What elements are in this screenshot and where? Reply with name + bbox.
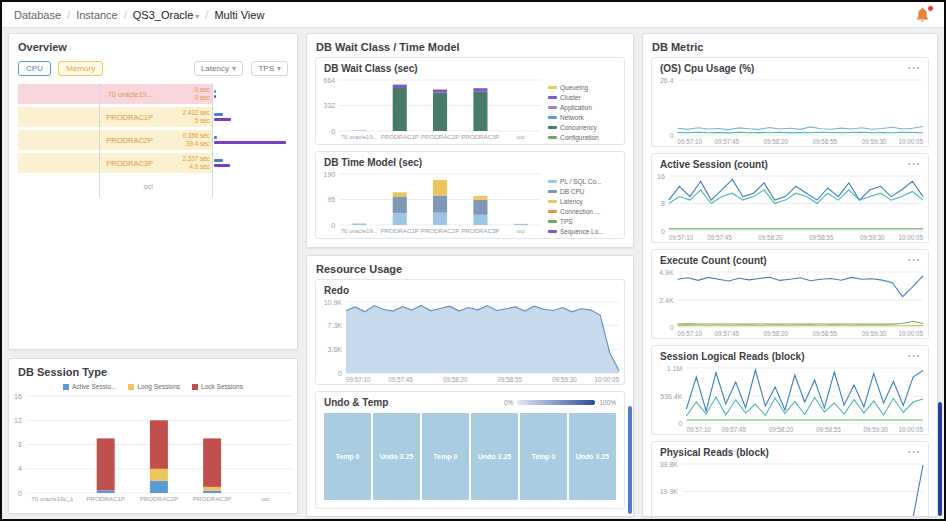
- cpu-toggle-button[interactable]: CPU: [18, 61, 51, 76]
- instance-label: PRODRAC1P: [106, 113, 153, 122]
- top-bar: Database / Instance / QS3_Oracle▾ / Mult…: [2, 2, 944, 28]
- svg-text:09:57:10: 09:57:10: [686, 426, 711, 433]
- svg-text:09:57:45: 09:57:45: [388, 376, 413, 383]
- axis-line: [212, 83, 213, 197]
- svg-text:0: 0: [338, 370, 342, 377]
- svg-text:0: 0: [18, 490, 22, 497]
- svg-text:16: 16: [657, 173, 665, 180]
- svg-text:09:58:20: 09:58:20: [764, 330, 789, 337]
- svg-text:0: 0: [331, 222, 335, 229]
- svg-text:PRODRAC2P: PRODRAC2P: [421, 227, 460, 234]
- svg-text:09:59:30: 09:59:30: [552, 376, 577, 383]
- svg-text:10.9K: 10.9K: [324, 299, 343, 306]
- db-time-model-chart[interactable]: 19095070 oracle19...PRODRAC1PPRODRAC2PPR…: [318, 170, 546, 236]
- breadcrumb-separator: /: [205, 9, 208, 21]
- svg-text:PRODRAC3P: PRODRAC3P: [461, 227, 500, 234]
- breadcrumb-separator: /: [124, 9, 127, 21]
- physical-reads-card: Physical Reads (block) ⋯ 39.8K19.9K009:5…: [651, 441, 929, 517]
- svg-text:10:00:05: 10:00:05: [594, 376, 619, 383]
- physical-reads-chart[interactable]: 39.8K19.9K009:57:1009:57:4509:58:2009:58…: [652, 460, 928, 517]
- redo-chart[interactable]: 10.9K7.3K3.6K009:57:1009:57:4509:58:2009…: [316, 298, 624, 384]
- treemap-tile[interactable]: Temp 0: [422, 413, 469, 500]
- svg-text:0: 0: [661, 228, 665, 235]
- svg-text:8: 8: [18, 441, 22, 448]
- svg-text:09:58:55: 09:58:55: [813, 330, 838, 337]
- legend-item: DB CPU: [548, 188, 616, 195]
- execute-count-chart[interactable]: 4.9K2.4K009:57:1009:57:4509:58:2009:58:5…: [652, 268, 928, 338]
- svg-text:0: 0: [670, 132, 674, 139]
- treemap-tile[interactable]: Temp 0: [520, 413, 567, 500]
- svg-text:09:59:30: 09:59:30: [860, 234, 885, 241]
- gradient-scale-bar: [517, 400, 595, 405]
- instance-bars: [214, 90, 216, 98]
- legend-item: TPS: [548, 218, 616, 225]
- latency-dropdown[interactable]: Latency▾: [194, 61, 243, 76]
- db-wait-time-title: DB Wait Class / Time Model: [307, 34, 633, 57]
- legend-item: Long Sessions: [128, 383, 180, 390]
- svg-text:09:57:45: 09:57:45: [714, 138, 739, 145]
- active-session-chart[interactable]: 168009:57:1009:57:4509:58:2009:58:5509:5…: [652, 172, 928, 242]
- instance-bars: [214, 159, 230, 167]
- svg-text:19.9K: 19.9K: [660, 488, 679, 495]
- chevron-down-icon: ▾: [232, 64, 236, 73]
- breadcrumb: Database / Instance / QS3_Oracle▾ / Mult…: [14, 9, 264, 21]
- instance-values: 0.356 sec39.4 sec: [182, 132, 209, 148]
- instance-values: 2.337 sec4.6 sec: [182, 155, 209, 171]
- treemap-tile[interactable]: Undo 3.25: [471, 413, 518, 500]
- breadcrumb-multi-view: Multi View: [214, 9, 264, 21]
- svg-text:PRODRAC1P: PRODRAC1P: [86, 495, 125, 502]
- overview-row-oci[interactable]: oci: [18, 175, 288, 197]
- instance-name: QS3_Oracle: [133, 9, 194, 21]
- svg-text:PRODRAC3P: PRODRAC3P: [193, 495, 232, 502]
- overview-row-prodrac1p[interactable]: PRODRAC1P2.432 sec5 sec: [18, 106, 288, 128]
- more-menu-button[interactable]: ⋯: [907, 250, 928, 265]
- breadcrumb-database[interactable]: Database: [14, 9, 61, 21]
- svg-text:09:58:55: 09:58:55: [813, 138, 838, 145]
- notification-bell-icon[interactable]: [914, 6, 932, 24]
- svg-text:09:58:20: 09:58:20: [764, 138, 789, 145]
- svg-text:09:59:30: 09:59:30: [862, 330, 887, 337]
- more-menu-button[interactable]: ⋯: [907, 154, 928, 169]
- svg-text:09:57:45: 09:57:45: [721, 426, 746, 433]
- page-scrollbar-thumb[interactable]: [938, 402, 942, 516]
- notification-badge: [927, 5, 934, 12]
- svg-text:oci: oci: [517, 133, 525, 140]
- more-menu-button[interactable]: ⋯: [907, 58, 928, 73]
- instance-label: PRODRAC2P: [106, 136, 153, 145]
- os-cpu-usage-chart[interactable]: 26.4009:57:1009:57:4509:58:2009:58:5509:…: [652, 76, 928, 146]
- more-menu-button[interactable]: ⋯: [907, 346, 928, 361]
- svg-text:0: 0: [331, 128, 335, 135]
- breadcrumb-instance-selector[interactable]: QS3_Oracle▾: [133, 9, 200, 21]
- tps-dropdown[interactable]: TPS▾: [251, 61, 288, 76]
- db-wait-class-chart[interactable]: 664332070 oracle19...PRODRAC1PPRODRAC2PP…: [318, 76, 546, 142]
- svg-text:09:57:10: 09:57:10: [678, 138, 703, 145]
- session-type-chart[interactable]: 161284070 oracle19c_1PRODRAC1PPRODRAC2PP…: [9, 392, 297, 504]
- svg-text:16: 16: [14, 393, 22, 400]
- treemap-tile[interactable]: Undo 3.25: [569, 413, 616, 500]
- svg-text:09:57:45: 09:57:45: [714, 330, 739, 337]
- redo-title: Redo: [316, 280, 624, 298]
- instance-bars: [214, 113, 231, 121]
- svg-text:26.4: 26.4: [660, 77, 674, 84]
- active-session-card: Active Session (count) ⋯ 168009:57:1009:…: [651, 153, 929, 243]
- svg-text:1.1M: 1.1M: [667, 365, 683, 372]
- overview-row-70-oracle19-[interactable]: 70 oracle19...0 sec0 sec: [18, 83, 288, 105]
- svg-text:10:00:05: 10:00:05: [898, 426, 923, 433]
- breadcrumb-instance[interactable]: Instance: [76, 9, 118, 21]
- db-time-model-legend: PL / SQL Co...DB CPULatencyConnection ..…: [546, 170, 622, 236]
- instance-bars: [214, 136, 286, 144]
- svg-text:70 oracle19c_1: 70 oracle19c_1: [31, 495, 74, 502]
- overview-row-prodrac2p[interactable]: PRODRAC2P0.356 sec39.4 sec: [18, 129, 288, 151]
- scrollbar-thumb[interactable]: [628, 406, 632, 514]
- overview-panel: Overview CPU Memory Latency▾ TPS▾ 70 ora…: [8, 33, 298, 350]
- svg-text:09:58:55: 09:58:55: [498, 376, 523, 383]
- svg-text:PRODRAC3P: PRODRAC3P: [461, 133, 500, 140]
- treemap-tile[interactable]: Undo 3.25: [373, 413, 420, 500]
- session-logical-reads-title: Session Logical Reads (block): [652, 346, 907, 364]
- more-menu-button[interactable]: ⋯: [907, 442, 928, 457]
- overview-row-prodrac3p[interactable]: PRODRAC3P2.337 sec4.6 sec: [18, 152, 288, 174]
- legend-item: PL / SQL Co...: [548, 178, 616, 185]
- treemap-tile[interactable]: Temp 0: [324, 413, 371, 500]
- session-logical-reads-chart[interactable]: 1.1M536.4K009:57:1009:57:4509:58:2009:58…: [652, 364, 928, 434]
- memory-toggle-button[interactable]: Memory: [58, 61, 103, 76]
